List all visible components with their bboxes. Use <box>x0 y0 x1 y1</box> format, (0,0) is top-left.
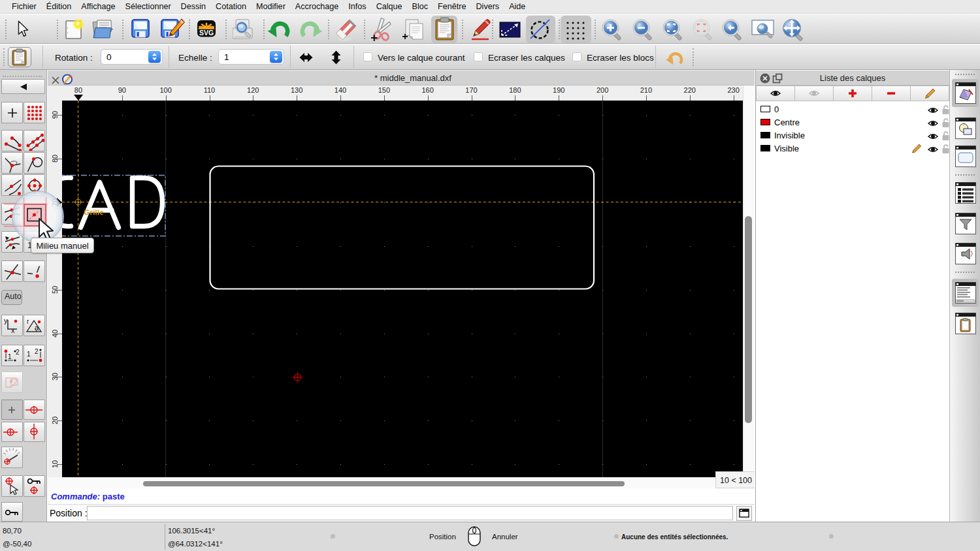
svg-text:2: 2 <box>35 348 39 355</box>
svg-text:x: x <box>11 326 15 334</box>
svg-text:r: r <box>27 318 29 325</box>
svg-text:1: 1 <box>8 353 12 360</box>
svg-text:SVG: SVG <box>199 29 214 37</box>
svg-text:1: 1 <box>27 351 31 358</box>
svg-text:y: y <box>4 317 8 324</box>
svg-text:Grille: Grille <box>84 208 105 216</box>
svg-text:2: 2 <box>16 349 20 356</box>
svg-text:a: a <box>35 324 39 332</box>
